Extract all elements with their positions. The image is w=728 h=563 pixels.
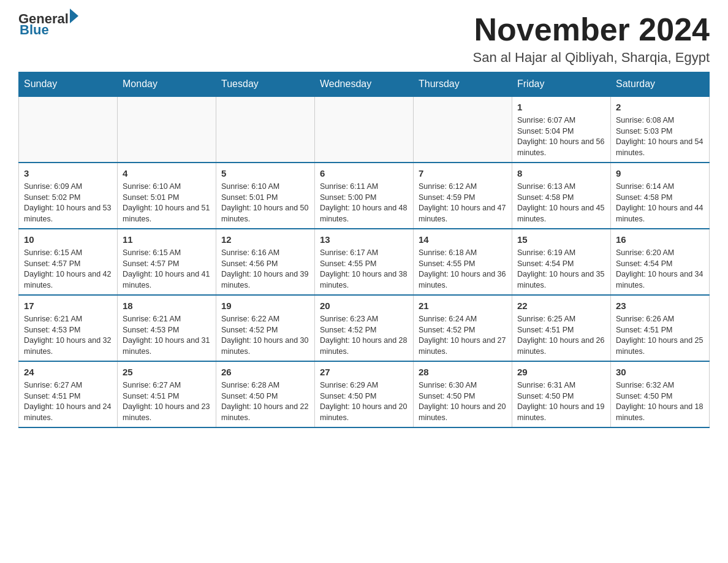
day-info: Sunrise: 6:17 AMSunset: 4:55 PMDaylight:… bbox=[320, 248, 408, 291]
day-info: Sunrise: 6:18 AMSunset: 4:55 PMDaylight:… bbox=[419, 248, 507, 291]
calendar-table: SundayMondayTuesdayWednesdayThursdayFrid… bbox=[18, 72, 710, 428]
day-number: 2 bbox=[616, 101, 704, 113]
day-info: Sunrise: 6:10 AMSunset: 5:01 PMDaylight:… bbox=[221, 182, 309, 224]
day-info: Sunrise: 6:22 AMSunset: 4:52 PMDaylight:… bbox=[221, 314, 309, 357]
calendar-day-28: 28Sunrise: 6:30 AMSunset: 4:50 PMDayligh… bbox=[414, 361, 512, 427]
day-info: Sunrise: 6:09 AMSunset: 5:02 PMDaylight:… bbox=[24, 182, 112, 224]
calendar-week-row: 3Sunrise: 6:09 AMSunset: 5:02 PMDaylight… bbox=[19, 163, 710, 229]
day-info: Sunrise: 6:30 AMSunset: 4:50 PMDaylight:… bbox=[419, 380, 507, 423]
day-number: 8 bbox=[517, 167, 605, 180]
day-info: Sunrise: 6:15 AMSunset: 4:57 PMDaylight:… bbox=[24, 248, 112, 291]
header: General Blue November 2024 San al Hajar … bbox=[18, 12, 710, 66]
calendar-day-23: 23Sunrise: 6:26 AMSunset: 4:51 PMDayligh… bbox=[611, 295, 710, 361]
calendar-day-12: 12Sunrise: 6:16 AMSunset: 4:56 PMDayligh… bbox=[216, 229, 315, 295]
day-info: Sunrise: 6:21 AMSunset: 4:53 PMDaylight:… bbox=[123, 314, 211, 357]
weekday-header-thursday: Thursday bbox=[414, 72, 512, 97]
day-number: 17 bbox=[24, 299, 112, 312]
weekday-header-tuesday: Tuesday bbox=[216, 72, 315, 97]
calendar-day-5: 5Sunrise: 6:10 AMSunset: 5:01 PMDaylight… bbox=[216, 163, 315, 229]
calendar-week-row: 17Sunrise: 6:21 AMSunset: 4:53 PMDayligh… bbox=[19, 295, 710, 361]
calendar-day-1: 1Sunrise: 6:07 AMSunset: 5:04 PMDaylight… bbox=[512, 96, 611, 163]
day-info: Sunrise: 6:12 AMSunset: 4:59 PMDaylight:… bbox=[419, 182, 507, 224]
calendar-day-27: 27Sunrise: 6:29 AMSunset: 4:50 PMDayligh… bbox=[315, 361, 414, 427]
day-info: Sunrise: 6:14 AMSunset: 4:58 PMDaylight:… bbox=[616, 182, 704, 224]
weekday-header-sunday: Sunday bbox=[19, 72, 118, 97]
day-number: 18 bbox=[123, 299, 211, 312]
day-info: Sunrise: 6:07 AMSunset: 5:04 PMDaylight:… bbox=[517, 115, 605, 158]
logo-triangle-icon bbox=[70, 9, 78, 23]
calendar-day-16: 16Sunrise: 6:20 AMSunset: 4:54 PMDayligh… bbox=[611, 229, 710, 295]
calendar-day-3: 3Sunrise: 6:09 AMSunset: 5:02 PMDaylight… bbox=[19, 163, 118, 229]
calendar-empty-cell bbox=[19, 96, 118, 163]
calendar-day-21: 21Sunrise: 6:24 AMSunset: 4:52 PMDayligh… bbox=[414, 295, 512, 361]
day-number: 1 bbox=[517, 101, 605, 113]
day-number: 5 bbox=[221, 167, 309, 180]
calendar-day-13: 13Sunrise: 6:17 AMSunset: 4:55 PMDayligh… bbox=[315, 229, 414, 295]
weekday-header-friday: Friday bbox=[512, 72, 611, 97]
day-info: Sunrise: 6:27 AMSunset: 4:51 PMDaylight:… bbox=[123, 380, 211, 423]
weekday-header-row: SundayMondayTuesdayWednesdayThursdayFrid… bbox=[19, 72, 710, 97]
page-title: November 2024 bbox=[473, 12, 710, 47]
day-number: 4 bbox=[123, 167, 211, 180]
title-section: November 2024 San al Hajar al Qibliyah, … bbox=[473, 12, 710, 66]
day-number: 22 bbox=[517, 299, 605, 312]
day-info: Sunrise: 6:32 AMSunset: 4:50 PMDaylight:… bbox=[616, 380, 704, 423]
day-info: Sunrise: 6:26 AMSunset: 4:51 PMDaylight:… bbox=[616, 314, 704, 357]
calendar-day-8: 8Sunrise: 6:13 AMSunset: 4:58 PMDaylight… bbox=[512, 163, 611, 229]
day-number: 28 bbox=[419, 366, 507, 378]
weekday-header-saturday: Saturday bbox=[611, 72, 710, 97]
calendar-day-17: 17Sunrise: 6:21 AMSunset: 4:53 PMDayligh… bbox=[19, 295, 118, 361]
calendar-day-10: 10Sunrise: 6:15 AMSunset: 4:57 PMDayligh… bbox=[19, 229, 118, 295]
day-info: Sunrise: 6:24 AMSunset: 4:52 PMDaylight:… bbox=[419, 314, 507, 357]
calendar-empty-cell bbox=[216, 96, 315, 163]
calendar-day-29: 29Sunrise: 6:31 AMSunset: 4:50 PMDayligh… bbox=[512, 361, 611, 427]
calendar-empty-cell bbox=[315, 96, 414, 163]
day-info: Sunrise: 6:23 AMSunset: 4:52 PMDaylight:… bbox=[320, 314, 408, 357]
day-number: 30 bbox=[616, 366, 704, 378]
calendar-day-2: 2Sunrise: 6:08 AMSunset: 5:03 PMDaylight… bbox=[611, 96, 710, 163]
day-number: 6 bbox=[320, 167, 408, 180]
day-number: 20 bbox=[320, 299, 408, 312]
calendar-day-9: 9Sunrise: 6:14 AMSunset: 4:58 PMDaylight… bbox=[611, 163, 710, 229]
day-info: Sunrise: 6:08 AMSunset: 5:03 PMDaylight:… bbox=[616, 115, 704, 158]
day-info: Sunrise: 6:11 AMSunset: 5:00 PMDaylight:… bbox=[320, 182, 408, 224]
calendar-day-22: 22Sunrise: 6:25 AMSunset: 4:51 PMDayligh… bbox=[512, 295, 611, 361]
calendar-day-15: 15Sunrise: 6:19 AMSunset: 4:54 PMDayligh… bbox=[512, 229, 611, 295]
day-number: 10 bbox=[24, 233, 112, 246]
day-info: Sunrise: 6:31 AMSunset: 4:50 PMDaylight:… bbox=[517, 380, 605, 423]
day-number: 9 bbox=[616, 167, 704, 180]
calendar-day-19: 19Sunrise: 6:22 AMSunset: 4:52 PMDayligh… bbox=[216, 295, 315, 361]
day-number: 27 bbox=[320, 366, 408, 378]
calendar-day-7: 7Sunrise: 6:12 AMSunset: 4:59 PMDaylight… bbox=[414, 163, 512, 229]
day-info: Sunrise: 6:28 AMSunset: 4:50 PMDaylight:… bbox=[221, 380, 309, 423]
location-subtitle: San al Hajar al Qibliyah, Sharqia, Egypt bbox=[473, 50, 710, 66]
day-number: 3 bbox=[24, 167, 112, 180]
calendar-day-30: 30Sunrise: 6:32 AMSunset: 4:50 PMDayligh… bbox=[611, 361, 710, 427]
calendar-day-4: 4Sunrise: 6:10 AMSunset: 5:01 PMDaylight… bbox=[118, 163, 216, 229]
day-info: Sunrise: 6:21 AMSunset: 4:53 PMDaylight:… bbox=[24, 314, 112, 357]
calendar-day-11: 11Sunrise: 6:15 AMSunset: 4:57 PMDayligh… bbox=[118, 229, 216, 295]
calendar-week-row: 10Sunrise: 6:15 AMSunset: 4:57 PMDayligh… bbox=[19, 229, 710, 295]
weekday-header-wednesday: Wednesday bbox=[315, 72, 414, 97]
day-number: 12 bbox=[221, 233, 309, 246]
day-number: 24 bbox=[24, 366, 112, 378]
calendar-day-26: 26Sunrise: 6:28 AMSunset: 4:50 PMDayligh… bbox=[216, 361, 315, 427]
day-number: 14 bbox=[419, 233, 507, 246]
day-number: 7 bbox=[419, 167, 507, 180]
calendar-day-20: 20Sunrise: 6:23 AMSunset: 4:52 PMDayligh… bbox=[315, 295, 414, 361]
day-info: Sunrise: 6:16 AMSunset: 4:56 PMDaylight:… bbox=[221, 248, 309, 291]
calendar-day-18: 18Sunrise: 6:21 AMSunset: 4:53 PMDayligh… bbox=[118, 295, 216, 361]
calendar-empty-cell bbox=[414, 96, 512, 163]
day-number: 16 bbox=[616, 233, 704, 246]
day-info: Sunrise: 6:15 AMSunset: 4:57 PMDaylight:… bbox=[123, 248, 211, 291]
calendar-week-row: 1Sunrise: 6:07 AMSunset: 5:04 PMDaylight… bbox=[19, 96, 710, 163]
day-number: 13 bbox=[320, 233, 408, 246]
day-number: 25 bbox=[123, 366, 211, 378]
logo: General Blue bbox=[18, 12, 78, 37]
calendar-empty-cell bbox=[118, 96, 216, 163]
weekday-header-monday: Monday bbox=[118, 72, 216, 97]
day-number: 19 bbox=[221, 299, 309, 312]
day-number: 21 bbox=[419, 299, 507, 312]
day-number: 11 bbox=[123, 233, 211, 246]
calendar-week-row: 24Sunrise: 6:27 AMSunset: 4:51 PMDayligh… bbox=[19, 361, 710, 427]
